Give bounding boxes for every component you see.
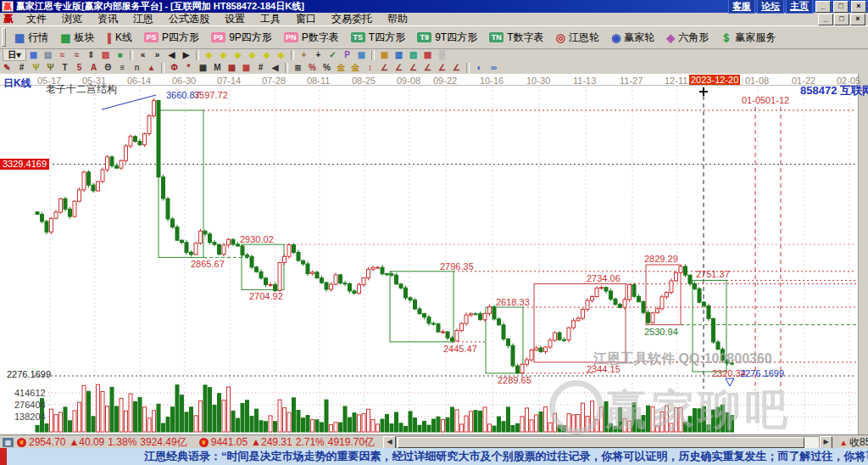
tool-icon-2-19[interactable]: ◀ bbox=[268, 62, 282, 73]
tool-icon-2-29[interactable]: ∠ bbox=[406, 62, 420, 73]
toolbar-item-11[interactable]: ◈六角形 bbox=[660, 28, 715, 47]
menu-item-8[interactable]: 交易委托 bbox=[324, 12, 380, 26]
tool-icon-2-21[interactable]: ≣ bbox=[291, 62, 305, 73]
tool-icon-2-0[interactable]: ✎ bbox=[0, 62, 14, 73]
menu-item-5[interactable]: 设置 bbox=[217, 12, 253, 26]
menu-item-7[interactable]: 窗口 bbox=[288, 12, 324, 26]
toolbar-item-6[interactable]: TST四方形 bbox=[345, 28, 411, 47]
minimize-button[interactable]: _ bbox=[815, 1, 831, 13]
toolbar-item-4[interactable]: P99P四方形 bbox=[205, 28, 278, 47]
tool-icon-1-2[interactable]: ▤ bbox=[41, 49, 55, 60]
tool-icon-1-24[interactable]: P bbox=[340, 49, 354, 60]
tool-icon-1-16[interactable]: ◆ bbox=[231, 49, 245, 60]
tool-icon-2-7[interactable]: Θ bbox=[101, 62, 115, 73]
scrollbar-thumb[interactable] bbox=[398, 437, 804, 448]
link-forum[interactable]: 论坛 bbox=[757, 0, 784, 14]
tool-icon-1-5[interactable]: ⇕ bbox=[84, 49, 98, 60]
tool-icon-1-3[interactable]: ≈ bbox=[55, 49, 70, 60]
horizontal-scrollbar[interactable]: ◀ ▶ bbox=[383, 437, 832, 448]
sh-index-icon[interactable]: ¥ bbox=[17, 438, 26, 447]
tool-icon-1-31[interactable]: ▒ bbox=[435, 49, 449, 60]
tool-icon-2-24[interactable]: 金 bbox=[334, 62, 348, 73]
tool-icon-2-30[interactable]: ∠ bbox=[420, 62, 435, 73]
toolbar-item-8[interactable]: TNT数字表 bbox=[483, 28, 549, 47]
tool-icon-2-15[interactable]: M bbox=[210, 62, 225, 73]
tool-icon-1-30[interactable]: ▩ bbox=[420, 49, 435, 60]
tool-icon-1-17[interactable]: ◆ bbox=[245, 49, 259, 60]
toolbar-item-1[interactable]: ▩板块 bbox=[54, 28, 100, 47]
tool-icon-1-18[interactable]: ◆ bbox=[259, 49, 274, 60]
tool-icon-2-16[interactable]: ▦ bbox=[225, 62, 239, 73]
tool-icon-1-27[interactable]: ▣ bbox=[377, 49, 392, 60]
tool-icon-2-22[interactable]: % bbox=[305, 62, 320, 73]
tool-icon-1-11[interactable]: ◀ bbox=[164, 49, 179, 60]
tool-icon-1-6[interactable]: ▨ bbox=[98, 49, 113, 60]
tool-icon-1-15[interactable]: ◆ bbox=[216, 49, 231, 60]
tool-icon-2-18[interactable]: # bbox=[253, 62, 268, 73]
sz-index-icon[interactable]: ¥ bbox=[199, 438, 209, 447]
toolbar-item-0[interactable]: ▦行情 bbox=[8, 28, 54, 47]
tool-icon-2-4[interactable]: T bbox=[58, 62, 72, 73]
tool-icon-2-14[interactable]: ▦ bbox=[196, 62, 210, 73]
tool-icon-1-12[interactable]: ▶ bbox=[179, 49, 193, 60]
tool-icon-1-0[interactable]: 日▾ bbox=[3, 48, 26, 61]
link-support[interactable]: 客服 bbox=[728, 0, 755, 14]
tool-icon-2-2[interactable]: Ψ bbox=[29, 62, 43, 73]
close-button[interactable]: × bbox=[851, 1, 866, 13]
menu-item-3[interactable]: 江恩 bbox=[125, 12, 161, 26]
scroll-right-icon[interactable]: ▶ bbox=[820, 436, 832, 449]
tool-icon-1-28[interactable]: ▥ bbox=[392, 49, 406, 60]
scroll-left-icon[interactable]: ◀ bbox=[383, 436, 396, 449]
tool-icon-1-21[interactable]: + bbox=[297, 49, 311, 60]
tool-icon-2-26[interactable]: ↕ bbox=[363, 62, 377, 73]
tool-icon-1-9[interactable]: « bbox=[136, 49, 150, 60]
tool-icon-2-5[interactable]: 5 bbox=[72, 62, 86, 73]
tool-icon-1-4[interactable]: ≈ bbox=[70, 49, 84, 60]
tool-icon-2-17[interactable]: ▦ bbox=[239, 62, 253, 73]
tool-icon-2-12[interactable]: Φ bbox=[167, 62, 181, 73]
tool-icon-2-1[interactable]: # bbox=[14, 62, 29, 73]
tool-icon-2-32[interactable]: ∠ bbox=[449, 62, 464, 73]
tool-icon-2-35[interactable]: ∞ bbox=[487, 62, 501, 73]
tool-icon-1-19[interactable]: ◆ bbox=[274, 49, 288, 60]
tool-icon-2-8[interactable]: ≡ bbox=[115, 62, 130, 73]
toolbar-item-3[interactable]: PSP四方形 bbox=[138, 28, 205, 47]
tool-icon-1-22[interactable]: + bbox=[311, 49, 326, 60]
tool-icon-2-23[interactable]: % bbox=[320, 62, 334, 73]
toolbar-item-5[interactable]: PNP数字表 bbox=[278, 28, 345, 47]
tool-icon-2-10[interactable]: ▲ bbox=[144, 62, 159, 73]
toolbar-item-10[interactable]: ◉赢家轮 bbox=[605, 28, 660, 47]
tool-icon-2-31[interactable]: ∠ bbox=[435, 62, 449, 73]
mdi-restore-button[interactable]: □ bbox=[834, 14, 849, 25]
tool-icon-2-3[interactable]: Ψ bbox=[43, 62, 58, 73]
tool-icon-2-27[interactable]: ∠ bbox=[377, 62, 392, 73]
toolbar-item-9[interactable]: ◎江恩轮 bbox=[550, 28, 605, 47]
scrollbar-track[interactable] bbox=[396, 436, 820, 449]
mdi-close-button[interactable]: × bbox=[850, 14, 865, 25]
restore-button[interactable]: □ bbox=[833, 1, 849, 13]
tool-icon-2-9[interactable]: n bbox=[130, 62, 144, 73]
tool-icon-1-1[interactable]: ▦ bbox=[26, 49, 41, 60]
link-home[interactable]: 主页 bbox=[786, 0, 813, 14]
menu-item-4[interactable]: 公式选股 bbox=[161, 12, 217, 26]
tool-icon-1-29[interactable]: ▧ bbox=[406, 49, 420, 60]
tool-icon-1-14[interactable]: ◆ bbox=[202, 49, 216, 60]
tool-icon-2-34[interactable]: ◐ bbox=[472, 62, 487, 73]
tool-icon-1-10[interactable]: » bbox=[150, 49, 164, 60]
tool-icon-1-23[interactable]: ✓ bbox=[326, 49, 340, 60]
menu-item-2[interactable]: 资讯 bbox=[90, 12, 125, 26]
tool-icon-2-25[interactable]: 金 bbox=[348, 62, 363, 73]
tool-icon-2-13[interactable]: * bbox=[181, 62, 196, 73]
tool-icon-2-28[interactable]: ∠ bbox=[392, 62, 406, 73]
toolbar-item-12[interactable]: ＄赢家服务 bbox=[715, 28, 782, 47]
tool-icon-1-7[interactable]: ■ bbox=[113, 49, 127, 60]
grid-icon[interactable]: ▦ bbox=[3, 438, 14, 447]
menu-item-0[interactable]: 文件 bbox=[19, 12, 54, 26]
mdi-minimize-button[interactable]: _ bbox=[818, 14, 833, 25]
tool-icon-1-25[interactable]: ▦ bbox=[354, 49, 369, 60]
menu-item-9[interactable]: 帮助 bbox=[380, 12, 415, 26]
toolbar-item-2[interactable]: ∥K线 bbox=[101, 28, 139, 47]
menu-item-6[interactable]: 工具 bbox=[253, 12, 288, 26]
tool-icon-2-6[interactable]: A bbox=[86, 62, 101, 73]
menu-item-1[interactable]: 浏览 bbox=[54, 12, 90, 26]
